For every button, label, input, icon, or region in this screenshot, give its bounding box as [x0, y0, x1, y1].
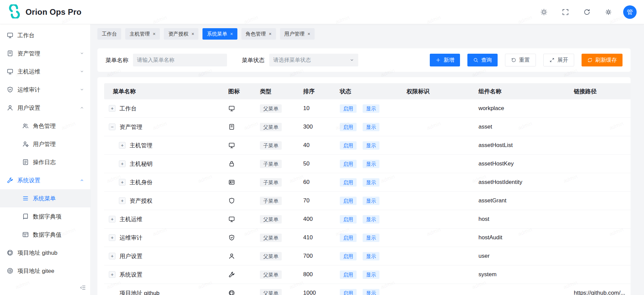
- menu-status-select[interactable]: 请选择菜单状态: [269, 54, 358, 66]
- expand-button[interactable]: 展开: [543, 54, 574, 66]
- gitee-icon: [7, 267, 13, 274]
- avatar[interactable]: 管: [623, 5, 637, 19]
- menu-component: user: [474, 247, 570, 265]
- tab-0[interactable]: 工作台: [97, 28, 121, 40]
- sidebar-collapse-icon[interactable]: [80, 284, 86, 291]
- settings-icon[interactable]: [602, 5, 615, 19]
- sidebar-item-0[interactable]: 工作台: [0, 26, 90, 44]
- sidebar-item-label: 数据字典项: [33, 213, 61, 220]
- identity-icon: [228, 179, 235, 186]
- table-row: +资产授权子菜单70启用显示assetGrant新增修改删除: [104, 192, 631, 210]
- column-header-5: 权限标识: [403, 83, 474, 99]
- audit-icon: [7, 86, 13, 93]
- sidebar-item-label: 用户设置: [17, 104, 40, 112]
- tab-close-icon[interactable]: ×: [153, 31, 155, 37]
- refresh-cache-button[interactable]: 刷新缓存: [582, 54, 623, 66]
- tab-1[interactable]: 主机管理×: [125, 28, 160, 40]
- row-expand-toggle[interactable]: +: [109, 234, 116, 241]
- row-expand-toggle[interactable]: +: [109, 253, 116, 259]
- menu-name: 资产管理: [120, 123, 142, 131]
- filter-card: 菜单名称 菜单状态 请选择菜单状态 新增 查询 重置 展开: [97, 48, 631, 72]
- brand[interactable]: Orion Ops Pro: [7, 4, 82, 20]
- sidebar-item-4[interactable]: 用户设置: [0, 99, 90, 117]
- status-enabled-badge: 启用: [340, 178, 357, 187]
- table-row: +主机秘钥子菜单50启用显示assetHostKey新增修改删除: [104, 155, 631, 173]
- row-expand-toggle[interactable]: −: [109, 124, 116, 130]
- chevron-up-icon: [80, 178, 84, 183]
- sidebar-item-5[interactable]: 系统设置: [0, 171, 90, 189]
- menu-link: https://github.com/...: [570, 284, 631, 295]
- host-icon: [228, 216, 235, 223]
- row-expand-toggle[interactable]: +: [119, 160, 126, 167]
- menu-name: 主机身份: [130, 179, 152, 186]
- theme-icon[interactable]: [537, 5, 551, 19]
- menu-table-body: +工作台父菜单10启用显示workplace新增修改删除−资产管理父菜单300启…: [104, 99, 631, 295]
- status-visible-badge: 显示: [363, 289, 379, 295]
- row-expand-toggle[interactable]: +: [109, 216, 116, 223]
- sidebar-item-4-2[interactable]: 操作日志: [0, 153, 90, 171]
- sidebar: 工作台资产管理主机运维运维审计用户设置角色管理用户管理操作日志系统设置系统菜单数…: [0, 24, 91, 295]
- reset-button[interactable]: 重置: [505, 54, 536, 66]
- tab-close-icon[interactable]: ×: [308, 31, 310, 37]
- menu-permission: [403, 284, 474, 295]
- add-button[interactable]: 新增: [430, 54, 460, 66]
- row-expand-toggle[interactable]: +: [119, 179, 126, 186]
- tab-close-icon[interactable]: ×: [230, 31, 233, 37]
- dict-item-icon: [22, 213, 29, 220]
- column-header-1: 图标: [224, 83, 256, 99]
- sidebar-item-5-2[interactable]: 数据字典值: [0, 226, 90, 244]
- search-button[interactable]: 查询: [467, 54, 498, 66]
- menu-link: [570, 247, 631, 265]
- reset-button-label: 重置: [519, 57, 530, 64]
- sidebar-item-5-0[interactable]: 系统菜单: [0, 189, 90, 207]
- menu-sort: 10: [299, 99, 336, 118]
- sidebar-item-label: 资产管理: [17, 50, 40, 57]
- menu-name: 主机秘钥: [130, 160, 152, 168]
- menu-link: [570, 192, 631, 210]
- menu-sort: 1000: [299, 284, 336, 295]
- tab-2[interactable]: 资产授权×: [164, 28, 198, 40]
- sidebar-item-2[interactable]: 主机运维: [0, 62, 90, 81]
- sidebar-item-4-0[interactable]: 角色管理: [0, 117, 90, 135]
- row-expand-toggle[interactable]: +: [109, 271, 116, 278]
- status-enabled-badge: 启用: [340, 160, 357, 168]
- fullscreen-icon[interactable]: [559, 5, 572, 19]
- sidebar-item-6[interactable]: 项目地址 github: [0, 244, 90, 262]
- roles-icon: [22, 122, 29, 129]
- menu-name: 工作台: [120, 105, 137, 112]
- tab-label: 用户管理: [284, 31, 305, 37]
- expand-icon: [549, 57, 555, 63]
- menu-permission: [403, 99, 474, 118]
- menu-name-input[interactable]: [133, 54, 227, 66]
- menu-component: asset: [474, 118, 570, 136]
- sidebar-item-label: 操作日志: [33, 158, 56, 166]
- sidebar-item-1[interactable]: 资产管理: [0, 44, 90, 62]
- refresh-icon[interactable]: [580, 5, 594, 19]
- system-icon: [7, 177, 13, 184]
- menu-component: [474, 284, 570, 295]
- sidebar-item-label: 数据字典值: [33, 231, 61, 239]
- tab-label: 主机管理: [130, 31, 150, 37]
- sidebar-item-7[interactable]: 项目地址 gitee: [0, 262, 90, 280]
- menu-icon: [22, 195, 29, 202]
- status-visible-badge: 显示: [363, 123, 379, 131]
- tab-3[interactable]: 系统菜单×: [202, 28, 237, 40]
- tab-close-icon[interactable]: ×: [269, 31, 272, 37]
- tab-5[interactable]: 用户管理×: [280, 28, 315, 40]
- sidebar-item-5-1[interactable]: 数据字典项: [0, 207, 90, 226]
- sidebar-item-label: 项目地址 github: [17, 249, 57, 257]
- sidebar-item-3[interactable]: 运维审计: [0, 81, 90, 99]
- menu-component: assetHostKey: [474, 155, 570, 173]
- sidebar-item-label: 运维审计: [17, 86, 40, 94]
- status-visible-badge: 显示: [363, 197, 379, 205]
- row-expand-toggle[interactable]: +: [109, 105, 116, 112]
- tab-bar: 工作台主机管理×资产授权×系统菜单×角色管理×用户管理×: [91, 24, 644, 44]
- status-visible-badge: 显示: [363, 160, 379, 168]
- tab-4[interactable]: 角色管理×: [241, 28, 276, 40]
- table-row: +工作台父菜单10启用显示workplace新增修改删除: [104, 99, 631, 118]
- menu-sort: 60: [299, 173, 336, 192]
- sidebar-item-4-1[interactable]: 用户管理: [0, 135, 90, 153]
- row-expand-toggle[interactable]: +: [119, 197, 126, 204]
- tab-close-icon[interactable]: ×: [191, 31, 194, 37]
- row-expand-toggle[interactable]: +: [119, 142, 126, 149]
